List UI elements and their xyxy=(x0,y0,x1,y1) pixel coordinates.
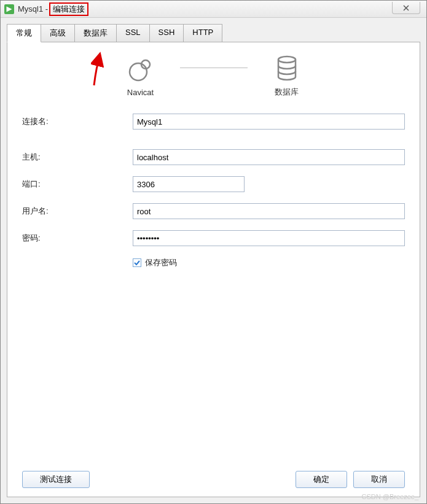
cancel-button[interactable]: 取消 xyxy=(353,471,405,488)
tab-advanced[interactable]: 高级 xyxy=(41,24,75,42)
port-label: 端口: xyxy=(22,179,133,190)
tab-label: HTTP xyxy=(192,28,213,37)
password-input[interactable] xyxy=(133,230,405,246)
tab-label: 常规 xyxy=(16,28,32,37)
diagram-database: 数据库 xyxy=(272,53,302,98)
button-bar: 测试连接 确定 取消 xyxy=(22,463,405,488)
password-label: 密码: xyxy=(22,233,133,244)
tab-http[interactable]: HTTP xyxy=(183,24,222,42)
window-title-prefix: Mysql1 - xyxy=(18,4,48,14)
close-icon xyxy=(402,4,410,12)
app-icon xyxy=(4,4,14,14)
tab-ssl[interactable]: SSL xyxy=(116,24,150,42)
save-password-label: 保存密码 xyxy=(145,257,177,268)
tab-label: SSH xyxy=(159,28,175,37)
user-label: 用户名: xyxy=(22,206,133,217)
connection-name-input[interactable] xyxy=(133,114,405,130)
diagram-navicat: Navicat xyxy=(126,55,155,97)
tab-label: SSL xyxy=(125,28,141,37)
close-button[interactable] xyxy=(392,2,420,14)
row-save-password: 保存密码 xyxy=(133,257,405,268)
row-password: 密码: xyxy=(22,230,405,246)
connection-diagram: Navicat 数据库 xyxy=(22,53,405,98)
check-icon xyxy=(134,260,140,266)
navicat-icon xyxy=(126,55,155,84)
test-connection-button[interactable]: 测试连接 xyxy=(22,471,90,488)
dialog-window: Mysql1 - 编辑连接 常规 高级 数据库 SSL SSH HTTP Nav… xyxy=(0,0,427,504)
save-password-checkbox[interactable] xyxy=(133,258,141,267)
ok-button[interactable]: 确定 xyxy=(296,471,347,488)
watermark: CSDN @Breezee_ xyxy=(362,493,418,500)
row-user: 用户名: xyxy=(22,203,405,219)
diagram-left-label: Navicat xyxy=(126,88,155,97)
row-connection-name: 连接名: xyxy=(22,114,405,130)
row-port: 端口: xyxy=(22,176,405,192)
user-input[interactable] xyxy=(133,203,405,219)
diagram-right-label: 数据库 xyxy=(272,87,302,98)
tab-general[interactable]: 常规 xyxy=(7,24,41,42)
svg-point-2 xyxy=(278,56,296,63)
tab-label: 数据库 xyxy=(84,28,108,37)
tab-label: 高级 xyxy=(50,28,66,37)
connection-form: 连接名: 主机: 端口: 用户名: 密码: xyxy=(22,114,405,268)
database-icon xyxy=(272,53,302,83)
port-input[interactable] xyxy=(133,176,245,192)
tab-ssh[interactable]: SSH xyxy=(149,24,184,42)
host-label: 主机: xyxy=(22,152,133,163)
diagram-connector-line xyxy=(180,68,248,68)
dialog-body: 常规 高级 数据库 SSL SSH HTTP Navicat xyxy=(1,18,426,503)
window-title-highlighted: 编辑连接 xyxy=(49,2,88,16)
tab-row: 常规 高级 数据库 SSL SSH HTTP xyxy=(7,24,420,42)
host-input[interactable] xyxy=(133,149,405,165)
connection-name-label: 连接名: xyxy=(22,116,133,127)
titlebar: Mysql1 - 编辑连接 xyxy=(1,1,426,18)
tab-panel-general: Navicat 数据库 连接名: 主机: xyxy=(7,42,420,497)
tab-database[interactable]: 数据库 xyxy=(74,24,117,42)
svg-point-0 xyxy=(130,63,147,80)
row-host: 主机: xyxy=(22,149,405,165)
